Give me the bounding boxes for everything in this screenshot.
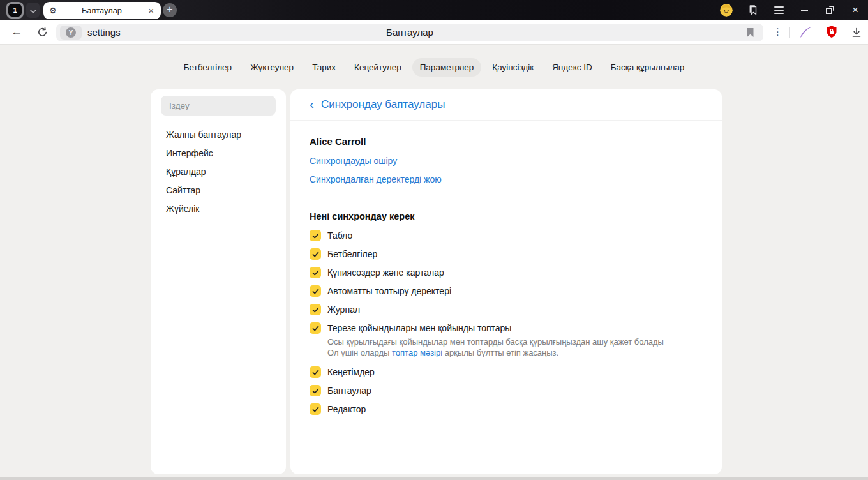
- disable-sync-link[interactable]: Синхрондауды өшіру: [310, 156, 397, 165]
- sync-row-4: Журнал: [310, 304, 703, 315]
- tab-groups-menu-link[interactable]: топтар мәзірі: [392, 348, 442, 357]
- page-title: Баптаулар: [56, 24, 763, 41]
- bookmark-icon[interactable]: [746, 27, 754, 40]
- settings-sidebar: Жалпы баптауларИнтерфейсҚұралдарСайттарЖ…: [151, 89, 286, 474]
- tab-close-icon[interactable]: ×: [147, 6, 155, 15]
- nav-tab-7[interactable]: Басқа құрылғылар: [603, 58, 692, 77]
- downloads-icon[interactable]: [851, 27, 862, 41]
- account-name: Alice Carroll: [310, 137, 703, 146]
- sidebar-menu: Жалпы баптауларИнтерфейсҚұралдарСайттарЖ…: [166, 130, 281, 214]
- nav-tab-5[interactable]: Қауіпсіздік: [484, 58, 541, 77]
- sync-checkbox-1[interactable]: [310, 248, 321, 260]
- sync-settings-panel: ‹ Синхрондау баптаулары Alice Carroll Си…: [290, 89, 722, 474]
- nav-tab-2[interactable]: Тарих: [304, 58, 343, 77]
- window-close-button[interactable]: ×: [842, 0, 868, 20]
- nav-tab-1[interactable]: Жүктеулер: [243, 58, 301, 77]
- protect-icon: Y: [66, 27, 76, 38]
- sync-item-label: Редактор: [327, 403, 366, 415]
- sync-checkbox-5[interactable]: [310, 322, 321, 334]
- address-toolbar: ← Y settings Баптаулар ⋮: [0, 20, 868, 45]
- sync-checkbox-3[interactable]: [310, 285, 321, 297]
- sync-row-0: Табло: [310, 230, 703, 241]
- restore-icon: [826, 6, 834, 14]
- sync-item-description: Осы құрылғыдағы қойындылар мен топтарды …: [327, 337, 664, 358]
- window-restore-button[interactable]: [817, 0, 842, 20]
- sync-checkbox-6[interactable]: [310, 366, 321, 378]
- sync-item-label: Кеңетімдер: [327, 366, 375, 378]
- sync-item-label: Баптаулар: [327, 385, 371, 396]
- browser-tab-settings[interactable]: ⚙ Баптаулар ×: [43, 2, 161, 19]
- protect-shield-icon[interactable]: [825, 25, 839, 41]
- sync-item-label: Журнал: [327, 304, 360, 315]
- sidebar-item-1[interactable]: Интерфейс: [166, 148, 281, 158]
- sync-what-title: Нені синхрондау керек: [310, 212, 703, 221]
- browser-window: 1 ⚙ Баптаулар × +: [0, 0, 868, 480]
- section-title: Синхрондау баптаулары: [321, 98, 445, 111]
- settings-page: БетбелгілерЖүктеулерТарихКеңейтулерПарам…: [0, 45, 868, 480]
- sidebar-item-3[interactable]: Сайттар: [166, 185, 281, 195]
- sync-checkbox-4[interactable]: [310, 304, 321, 315]
- sync-row-5: Терезе қойындылары мен қойынды топтарыОс…: [310, 322, 703, 359]
- reload-button[interactable]: [36, 26, 49, 41]
- search-input[interactable]: [161, 96, 276, 116]
- address-bar[interactable]: Y settings Баптаулар: [56, 24, 763, 41]
- back-button[interactable]: ←: [11, 25, 22, 38]
- new-tab-button[interactable]: +: [163, 3, 177, 17]
- sync-row-7: Баптаулар: [310, 385, 703, 396]
- nav-tab-0[interactable]: Бетбелгілер: [176, 58, 239, 77]
- sync-row-8: Редактор: [310, 403, 703, 415]
- menu-icon[interactable]: [774, 6, 784, 16]
- site-protect-badge[interactable]: Y: [60, 26, 82, 40]
- sync-row-3: Автоматты толтыру деректері: [310, 285, 703, 297]
- settings-nav: БетбелгілерЖүктеулерТарихКеңейтулерПарам…: [0, 58, 868, 77]
- profile-avatar[interactable]: [720, 4, 733, 17]
- gear-icon: ⚙: [49, 6, 57, 15]
- sidebar-item-2[interactable]: Құралдар: [166, 167, 281, 177]
- nav-tab-4[interactable]: Параметрлер: [412, 58, 482, 77]
- sync-item-label: Автоматты толтыру деректері: [327, 285, 451, 297]
- minimize-icon: [801, 10, 808, 11]
- sync-checkbox-7[interactable]: [310, 385, 321, 396]
- delete-synced-data-link[interactable]: Синхрондалған деректерді жою: [310, 175, 442, 184]
- sync-list: ТаблоБетбелгілерҚұпиясөздер және картала…: [310, 230, 703, 415]
- sidebar-item-0[interactable]: Жалпы баптаулар: [166, 130, 281, 140]
- sync-settings-header[interactable]: ‹ Синхрондау баптаулары: [290, 89, 722, 121]
- sync-item-label: Табло: [327, 230, 352, 241]
- sync-item-label: Терезе қойындылары мен қойынды топтары: [327, 322, 664, 334]
- extensions-overflow-icon[interactable]: ⋮: [773, 26, 782, 38]
- nav-tab-6[interactable]: Яндекс ID: [544, 58, 600, 77]
- sync-row-6: Кеңетімдер: [310, 366, 703, 378]
- sync-checkbox-8[interactable]: [310, 403, 321, 415]
- nav-tab-3[interactable]: Кеңейтулер: [347, 58, 409, 77]
- tab-group-button[interactable]: 1: [6, 2, 24, 19]
- sync-item-label: Бетбелгілер: [327, 248, 377, 260]
- tab-count-badge: 1: [8, 4, 22, 17]
- window-minimize-button[interactable]: [791, 0, 817, 20]
- url-text: settings: [87, 24, 121, 41]
- bookmarks-panel-icon[interactable]: [747, 4, 760, 19]
- sidebar-item-4[interactable]: Жүйелік: [166, 204, 281, 214]
- tab-title: Баптаулар: [57, 6, 147, 15]
- sync-checkbox-2[interactable]: [310, 267, 321, 278]
- tab-list-dropdown-button[interactable]: [26, 3, 40, 18]
- toolbar-divider: [789, 27, 790, 38]
- tab-strip: 1 ⚙ Баптаулар × +: [0, 0, 868, 20]
- feather-extension-icon[interactable]: [798, 26, 814, 42]
- sync-item-label: Құпиясөздер және карталар: [327, 267, 444, 278]
- back-chevron-icon: ‹: [310, 98, 314, 110]
- window-bottom-edge: [0, 477, 868, 480]
- sync-row-2: Құпиясөздер және карталар: [310, 267, 703, 278]
- sync-checkbox-0[interactable]: [310, 230, 321, 241]
- chevron-down-icon: [30, 4, 36, 16]
- sync-row-1: Бетбелгілер: [310, 248, 703, 260]
